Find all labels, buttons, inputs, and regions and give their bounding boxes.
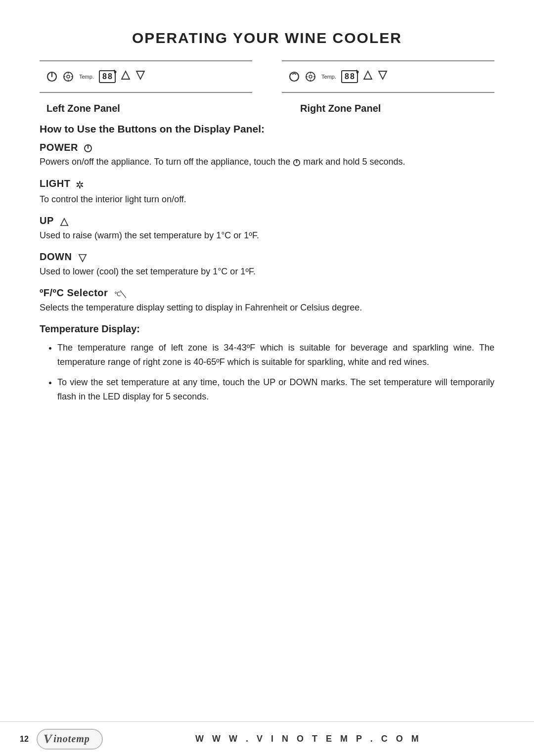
left-panel-divider-bottom [40, 92, 252, 93]
logo-v-letter: V [44, 732, 52, 747]
page-title: OPERATING YOUR WINE COOLER [40, 30, 494, 46]
power-heading-row: POWER [40, 142, 494, 153]
right-up-icon [363, 70, 373, 83]
right-panel-divider-top [282, 60, 494, 61]
up-heading-row: UP [40, 215, 494, 227]
right-panel: Temp. 88 b [282, 60, 494, 93]
page-number: 12 [20, 735, 29, 744]
svg-point-12 [309, 75, 312, 78]
light-button-icon: ✲ [76, 179, 84, 190]
right-light-icon [305, 71, 316, 83]
power-heading: POWER [40, 142, 78, 153]
right-panel-controls: Temp. 88 b [282, 66, 395, 87]
power-inline-icon [293, 156, 301, 169]
left-up-icon [121, 70, 131, 83]
footer-logo: V inotemp [37, 729, 103, 750]
svg-marker-17 [364, 71, 372, 79]
right-power-icon [289, 71, 300, 82]
footer: 12 V inotemp W W W . V I N O T E M P . C… [0, 721, 534, 756]
temp-bullet-2: To view the set temperature at any time,… [57, 375, 494, 404]
right-panel-divider-bottom [282, 92, 494, 93]
right-temp-label: Temp. [321, 74, 336, 80]
cf-button-icon: ℃ [114, 289, 126, 299]
power-button-icon [84, 143, 92, 153]
section-title: How to Use the Buttons on the Display Pa… [40, 123, 494, 135]
down-heading-row: DOWN [40, 251, 494, 263]
power-section: POWER Powers on/off the appliance. To tu… [40, 142, 494, 169]
svg-point-3 [67, 75, 70, 78]
cf-heading: ºF/ºC Selector [40, 287, 108, 298]
panel-gap [252, 60, 282, 93]
left-down-icon [135, 70, 145, 83]
left-panel-controls: Temp. 88 b [40, 66, 152, 87]
svg-line-26 [120, 291, 126, 298]
page: OPERATING YOUR WINE COOLER [0, 0, 534, 756]
svg-marker-9 [136, 71, 144, 79]
temp-bullet-1: The temperature range of left zone is 34… [57, 341, 494, 369]
light-description: To control the interior light turn on/of… [40, 193, 494, 206]
left-display-icon: 88 b [99, 70, 116, 83]
panels-row: Temp. 88 b [40, 60, 494, 93]
svg-marker-24 [79, 255, 86, 262]
temp-display-list: The temperature range of left zone is 34… [40, 341, 494, 403]
logo-text: inotemp [53, 733, 90, 745]
svg-text:℃: ℃ [114, 291, 121, 298]
temp-display-title: Temperature Display: [40, 323, 494, 335]
light-section: LIGHT ✲ To control the interior light tu… [40, 178, 494, 206]
cf-heading-row: ºF/ºC Selector ℃ [40, 287, 494, 299]
right-display-icon: 88 b [341, 70, 358, 83]
up-button-icon [60, 217, 69, 227]
footer-url: W W W . V I N O T E M P . C O M [103, 734, 514, 744]
svg-marker-18 [379, 71, 387, 79]
down-heading: DOWN [40, 251, 72, 262]
content-area: OPERATING YOUR WINE COOLER [40, 30, 494, 677]
temp-display-section: Temperature Display: The temperature ran… [40, 323, 494, 403]
power-description: Powers on/off the appliance. To turn off… [40, 155, 494, 169]
cf-description: Selects the temperature display setting … [40, 301, 494, 314]
left-power-icon [46, 71, 57, 82]
up-description: Used to raise (warm) the set temperature… [40, 229, 494, 242]
svg-marker-8 [122, 71, 130, 79]
panel-label-row: Left Zone Panel Right Zone Panel [40, 103, 494, 114]
cf-selector-section: ºF/ºC Selector ℃ Selects the temperature… [40, 287, 494, 314]
left-panel: Temp. 88 b [40, 60, 252, 93]
up-heading: UP [40, 215, 54, 226]
left-panel-label: Left Zone Panel [40, 103, 241, 114]
down-button-icon [78, 253, 87, 263]
up-section: UP Used to raise (warm) the set temperat… [40, 215, 494, 242]
down-section: DOWN Used to lower (cool) the set temper… [40, 251, 494, 278]
light-heading: LIGHT [40, 178, 71, 189]
left-temp-label: Temp. [79, 74, 94, 80]
left-light-icon [62, 71, 74, 83]
svg-marker-23 [61, 219, 68, 225]
light-heading-row: LIGHT ✲ [40, 178, 494, 191]
left-panel-divider-top [40, 60, 252, 61]
down-description: Used to lower (cool) the set temperature… [40, 265, 494, 278]
right-panel-label: Right Zone Panel [270, 103, 494, 114]
right-down-icon [378, 70, 388, 83]
